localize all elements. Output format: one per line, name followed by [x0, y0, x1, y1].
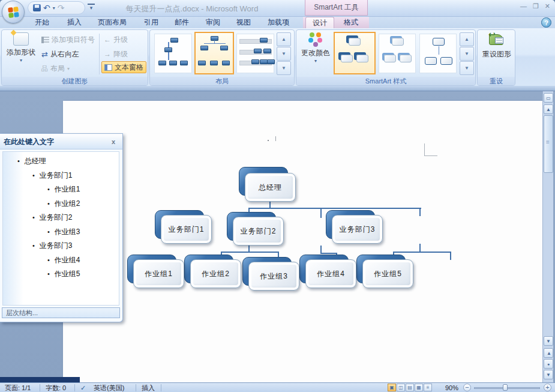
maximize-icon[interactable]: ❐: [533, 2, 539, 10]
styles-gallery-more-icon[interactable]: ▼: [460, 61, 474, 75]
styles-scroll-up-icon[interactable]: ▲: [460, 32, 474, 46]
org-node-team5[interactable]: 作业组5: [362, 259, 413, 288]
close-icon[interactable]: ✕: [545, 2, 550, 10]
tab-mailings[interactable]: 邮件: [170, 17, 194, 28]
layout-dropdown-icon: ▾: [67, 66, 70, 71]
demote-button: → 降级: [104, 48, 128, 60]
redo-icon: ↷: [58, 4, 65, 12]
layout-thumbnail-1[interactable]: [154, 34, 192, 73]
layout-gallery-more-icon[interactable]: ▼: [277, 61, 291, 75]
fullscreen-reading-view-icon[interactable]: ◫: [397, 384, 405, 391]
text-pane-icon: [104, 64, 112, 71]
tab-format[interactable]: 格式: [337, 17, 365, 28]
text-pane-item[interactable]: •作业组2: [47, 199, 80, 208]
right-to-left-icon: ⇄: [41, 50, 48, 59]
group-label: SmartArt 样式: [296, 77, 475, 85]
web-layout-view-icon[interactable]: ▤: [406, 384, 414, 391]
document-page[interactable]: 总经理 业务部门1 业务部门2 业务部门3 作业组1 作业组2 作业组3 作业组…: [63, 101, 544, 382]
text-pane-item[interactable]: •业务部门1: [32, 170, 73, 180]
text-pane-item[interactable]: •总经理: [17, 156, 46, 166]
group-reset: ↩ 重设图形 重设: [477, 29, 515, 86]
promote-icon: ←: [104, 35, 111, 44]
tab-design[interactable]: 设计: [305, 17, 334, 28]
zoom-slider-thumb[interactable]: [503, 384, 508, 391]
group-create-graphic: 添加形状 ▾ 添加项目符号 ⇄ 从右向左 品 布局 ▾ ← 升级 → 降级 文本…: [1, 29, 148, 86]
reset-graphic-button[interactable]: ↩ 重设图形: [480, 31, 514, 82]
scroll-down-icon[interactable]: ▼: [544, 336, 553, 346]
office-button[interactable]: [2, 1, 25, 23]
style-thumbnail-3[interactable]: [419, 34, 457, 73]
reset-graphic-label: 重设图形: [482, 49, 511, 59]
zoom-in-icon[interactable]: +: [544, 384, 551, 391]
change-colors-button[interactable]: 更改颜色 ▾: [299, 31, 332, 82]
tab-references[interactable]: 引用: [139, 17, 163, 28]
org-layout-icon: 品: [41, 64, 48, 73]
tab-home[interactable]: 开始: [30, 17, 54, 28]
layout-scroll-down-icon[interactable]: ▼: [277, 47, 291, 61]
right-to-left-button[interactable]: ⇄ 从右向左: [41, 48, 79, 60]
text-pane-button[interactable]: 文本窗格: [101, 61, 146, 73]
previous-page-icon[interactable]: ▲: [544, 348, 553, 358]
language-indicator[interactable]: 英语(美国): [94, 384, 124, 392]
org-node-team4[interactable]: 作业组4: [305, 259, 356, 288]
minimize-icon[interactable]: —: [520, 2, 527, 10]
quick-access-toolbar: ↶▾ ↷: [28, 1, 85, 14]
text-pane-item[interactable]: •业务部门3: [32, 241, 73, 250]
style-thumbnail-1-selected[interactable]: [334, 32, 376, 74]
insert-mode[interactable]: 插入: [142, 384, 155, 392]
outline-view-icon[interactable]: ▦: [415, 384, 423, 391]
paragraph-mark: [268, 140, 269, 141]
word-count[interactable]: 字数: 0: [46, 384, 66, 392]
undo-icon[interactable]: ↶: [43, 4, 50, 12]
change-colors-label: 更改颜色: [301, 48, 330, 58]
tab-view[interactable]: 视图: [232, 17, 256, 28]
org-node-team1[interactable]: 作业组1: [133, 259, 184, 288]
scrollbar-thumb[interactable]: [544, 115, 553, 173]
org-node-dept3[interactable]: 业务部门3: [332, 215, 383, 244]
save-icon[interactable]: [33, 4, 41, 11]
org-node-root[interactable]: 总经理: [245, 173, 296, 202]
add-shape-button[interactable]: 添加形状 ▾: [4, 31, 38, 82]
layout-scroll-up-icon[interactable]: ▲: [277, 32, 291, 46]
ruler-toggle-icon[interactable]: ▭: [544, 93, 553, 103]
print-layout-view-icon[interactable]: ▣: [388, 384, 396, 391]
layout-thumbnail-2-selected[interactable]: [194, 32, 234, 74]
draft-view-icon[interactable]: ≡: [424, 384, 432, 391]
page-indicator[interactable]: 页面: 1/1: [5, 384, 31, 392]
help-icon[interactable]: ?: [541, 17, 551, 28]
text-pane-title: 在此处键入文字: [0, 134, 122, 149]
next-page-icon[interactable]: ▼: [544, 370, 553, 379]
text-pane-footer: 层次结构...: [2, 307, 120, 318]
zoom-out-icon[interactable]: −: [463, 384, 471, 391]
text-pane-close-icon[interactable]: x: [109, 137, 118, 146]
tab-insert[interactable]: 插入: [62, 17, 86, 28]
spellcheck-icon[interactable]: ✓: [80, 384, 86, 392]
text-pane-item[interactable]: •作业组4: [47, 255, 80, 265]
tab-addins[interactable]: 加载项: [263, 17, 294, 28]
styles-scroll-down-icon[interactable]: ▼: [460, 47, 474, 61]
zoom-level[interactable]: 90%: [445, 384, 458, 392]
tab-review[interactable]: 审阅: [201, 17, 225, 28]
text-pane-item[interactable]: •业务部门2: [32, 213, 73, 222]
text-pane-item[interactable]: •作业组5: [47, 269, 80, 279]
tab-page-layout[interactable]: 页面布局: [93, 17, 131, 28]
status-bar: 页面: 1/1 字数: 0 ✓ 英语(美国) 插入 ▣ ◫ ▤ ▦ ≡ 90% …: [0, 382, 555, 392]
org-node-dept2[interactable]: 业务部门2: [233, 217, 284, 246]
style-thumbnail-2[interactable]: [379, 34, 416, 73]
customize-qat-icon[interactable]: ▾: [88, 4, 95, 12]
layout-thumbnail-3[interactable]: [236, 34, 274, 73]
demote-icon: →: [104, 50, 111, 58]
text-pane-body[interactable]: •总经理 •业务部门1 •作业组1 •作业组2 •业务部门2 •作业组3 •业务…: [2, 151, 119, 306]
layout-gallery-scroll: ▲ ▼ ▼: [277, 32, 291, 75]
org-node-dept1[interactable]: 业务部门1: [161, 215, 212, 244]
group-layout: ▲ ▼ ▼ 布局: [149, 29, 295, 86]
ribbon-bottom-edge: [0, 86, 555, 91]
undo-dropdown-icon[interactable]: ▾: [53, 5, 55, 11]
select-browse-object-icon[interactable]: ●: [544, 359, 553, 369]
group-label: 重设: [478, 77, 515, 85]
org-node-team2[interactable]: 作业组2: [190, 259, 241, 288]
org-node-team3[interactable]: 作业组3: [248, 262, 299, 291]
text-pane-item[interactable]: •作业组1: [47, 184, 80, 194]
scroll-up-icon[interactable]: ▲: [544, 104, 553, 114]
text-pane-item[interactable]: •作业组3: [47, 227, 80, 237]
